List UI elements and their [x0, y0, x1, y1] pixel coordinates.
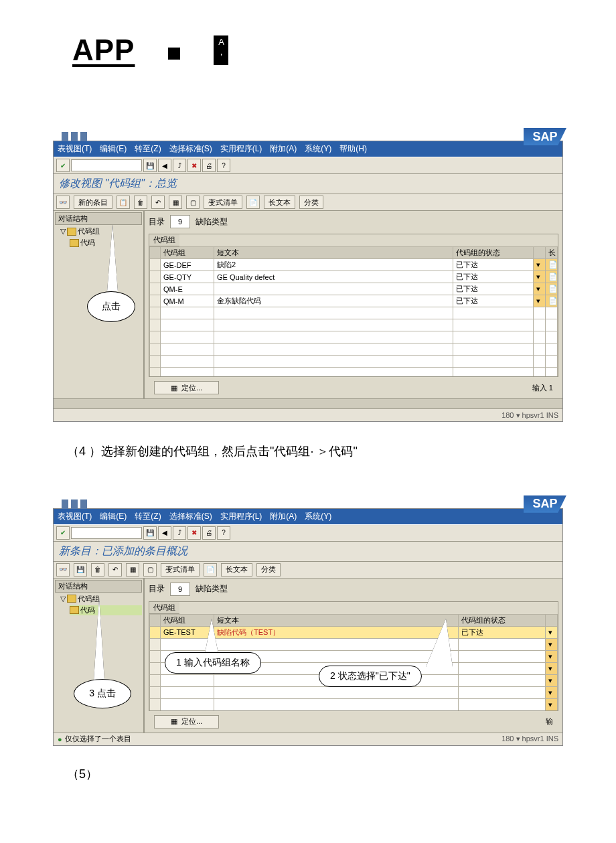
- table-row: GE-DEF缺陷2已下达▾📄: [150, 259, 558, 271]
- status-ok-icon: ●: [58, 735, 62, 743]
- new-entry-button[interactable]: 新的条目: [74, 196, 112, 209]
- select-all-icon[interactable]: ▦: [169, 196, 182, 209]
- delete-icon[interactable]: 🗑: [134, 196, 147, 209]
- exit-icon[interactable]: ⤴: [173, 159, 186, 172]
- statusbar: 180 ▾ hpsvr1 INS: [54, 408, 562, 421]
- help-icon[interactable]: ?: [217, 159, 230, 172]
- screenshot-1: SAP 表视图(T) 编辑(E) 转至(Z) 选择标准(S) 实用程序(L) 附…: [53, 141, 563, 422]
- col-text: 短文本: [214, 247, 453, 259]
- longtext-button[interactable]: 长文本: [221, 563, 252, 577]
- deselect-icon[interactable]: ▢: [186, 196, 200, 209]
- annotation-bubble-2: 2 状态选择"已下达": [319, 666, 422, 687]
- col-long: 长: [546, 247, 558, 259]
- catalog-value[interactable]: [170, 583, 190, 596]
- help-icon[interactable]: ?: [217, 526, 230, 540]
- step4-caption: （4 ）选择新创建的代码组，然后点击"代码组· ＞代码": [67, 442, 549, 461]
- main-pane: 目录 缺陷类型 代码组 代码组 短文本 代码组的状态: [145, 579, 562, 733]
- variant-list-button[interactable]: 变式清单: [204, 196, 242, 209]
- longtext-icon[interactable]: 📄: [246, 196, 260, 209]
- tree-title: 对话结构: [55, 212, 142, 225]
- view-toolbar: 👓 新的条目 📋 🗑 ↶ ▦ ▢ 变式清单 📄 长文本 分类: [54, 194, 562, 211]
- tree-item-code[interactable]: 代码: [70, 605, 142, 615]
- back-icon[interactable]: ◀: [158, 159, 171, 172]
- variant-list-button[interactable]: 变式清单: [161, 563, 200, 577]
- save-icon[interactable]: 💾: [74, 563, 87, 577]
- copy-icon[interactable]: 📋: [117, 196, 130, 209]
- classify-button[interactable]: 分类: [299, 196, 323, 209]
- ok-icon[interactable]: ✔: [56, 159, 70, 172]
- view-title: 新条目：已添加的条目概况: [54, 542, 562, 562]
- table-row: QM-E已下达▾📄: [150, 283, 558, 295]
- tree-title: 对话结构: [55, 580, 142, 593]
- sap-logo: SAP: [524, 495, 566, 513]
- deselect-icon[interactable]: ▢: [143, 563, 157, 577]
- main-pane: 目录 缺陷类型 代码组 代码组 短文本 代码组的状态 长: [145, 211, 562, 398]
- position-button[interactable]: ▦定位...: [154, 715, 219, 729]
- decoration-pill: A ,: [214, 35, 228, 65]
- ok-icon[interactable]: ✔: [56, 526, 70, 540]
- tree-pane: 对话结构 ▽ 代码组 代码 点击: [54, 211, 145, 398]
- catalog-name: 缺陷类型: [196, 216, 228, 228]
- catalog-value[interactable]: [170, 215, 190, 228]
- doc-title: APP: [72, 33, 135, 67]
- save-icon[interactable]: 💾: [143, 159, 157, 172]
- grid-tab: 代码组: [149, 602, 179, 614]
- input-counter: 输: [546, 716, 553, 726]
- folder-icon: [67, 228, 76, 236]
- step5-caption: （5）: [67, 766, 616, 782]
- command-field[interactable]: [71, 159, 142, 171]
- tree-item-code[interactable]: 代码: [70, 238, 142, 248]
- col-text: 短文本: [214, 614, 459, 626]
- annotation-bubble-1: 1 输入代码组名称: [165, 652, 261, 674]
- code-group-table[interactable]: 代码组 短文本 代码组的状态 长 GE-DEF缺陷2已下达▾📄 GE-QTYGE…: [149, 246, 558, 377]
- catalog-name: 缺陷类型: [196, 583, 228, 595]
- app-toolbar: ✔ 💾 ◀ ⤴ ✖ 🖨 ?: [54, 157, 562, 174]
- undo-icon[interactable]: ↶: [108, 563, 122, 577]
- print-icon[interactable]: 🖨: [202, 526, 216, 540]
- tree-pane: 对话结构 ▽ 代码组 代码 3 点击: [54, 579, 145, 733]
- catalog-label: 目录: [149, 216, 165, 228]
- table-row: GE-QTYGE Quality defect已下达▾📄: [150, 271, 558, 283]
- position-button[interactable]: ▦定位...: [154, 381, 219, 394]
- cancel-icon[interactable]: ✖: [187, 159, 201, 172]
- statusbar: ● 仅仅选择了一个表目 180 ▾ hpsvr1 INS: [54, 733, 562, 745]
- back-icon[interactable]: ◀: [158, 526, 171, 540]
- undo-icon[interactable]: ↶: [151, 196, 165, 209]
- col-status: 代码组的状态: [459, 614, 546, 626]
- col-status: 代码组的状态: [453, 247, 534, 259]
- display-change-icon[interactable]: 👓: [56, 563, 70, 577]
- display-change-icon[interactable]: 👓: [56, 196, 70, 209]
- decoration-dot: [168, 48, 180, 60]
- col-code: 代码组: [161, 247, 214, 259]
- longtext-icon[interactable]: 📄: [204, 563, 217, 577]
- folder-icon: [67, 595, 76, 603]
- document-heading: APP A ,: [72, 33, 616, 67]
- annotation-bubble-click: 点击: [87, 291, 135, 322]
- grid-tab: 代码组: [149, 234, 179, 246]
- command-field[interactable]: [71, 527, 142, 539]
- classify-button[interactable]: 分类: [256, 563, 281, 577]
- tree-item-codegroup[interactable]: ▽ 代码组: [60, 226, 142, 236]
- view-title: 修改视图 "代码组"：总览: [54, 174, 562, 194]
- exit-icon[interactable]: ⤴: [173, 526, 186, 540]
- select-all-icon[interactable]: ▦: [126, 563, 139, 577]
- longtext-button[interactable]: 长文本: [264, 196, 295, 209]
- print-icon[interactable]: 🖨: [202, 159, 216, 172]
- catalog-label: 目录: [149, 583, 165, 595]
- sap-logo: SAP: [524, 128, 566, 145]
- view-toolbar: 👓 💾 🗑 ↶ ▦ ▢ 变式清单 📄 长文本 分类: [54, 562, 562, 579]
- table-row: QM-M金东缺陷代码已下达▾📄: [150, 295, 558, 307]
- folder-icon: [70, 239, 79, 247]
- screenshot-2: SAP 表视图(T) 编辑(E) 转至(Z) 选择标准(S) 实用程序(L) 附…: [53, 508, 563, 746]
- folder-icon: [70, 606, 79, 614]
- annotation-bubble-3: 3 点击: [74, 679, 131, 708]
- app-toolbar: ✔ 💾 ◀ ⤴ ✖ 🖨 ?: [54, 524, 562, 542]
- window-h-scrollbar[interactable]: [54, 398, 562, 408]
- cancel-icon[interactable]: ✖: [187, 526, 201, 540]
- input-counter: 输入 1: [532, 383, 553, 393]
- delete-icon[interactable]: 🗑: [91, 563, 104, 577]
- save-icon[interactable]: 💾: [143, 526, 157, 540]
